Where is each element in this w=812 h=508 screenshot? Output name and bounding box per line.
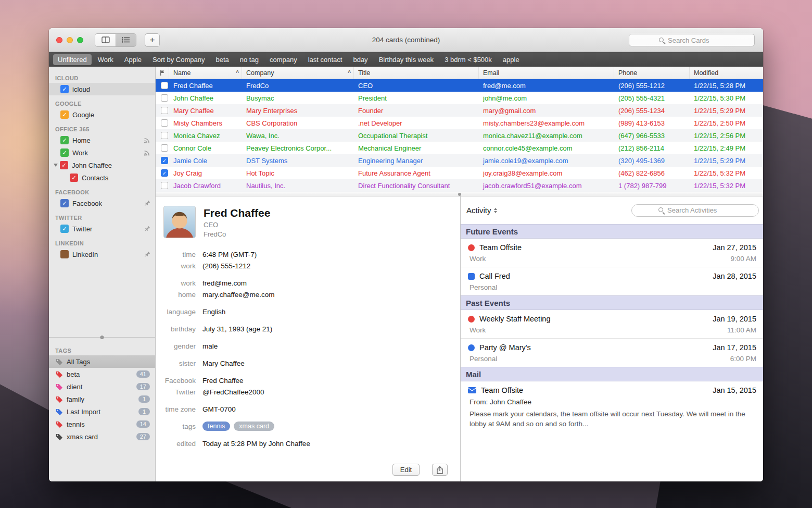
sidebar-item-work[interactable]: Work (49, 146, 155, 159)
field-language: English (202, 308, 225, 316)
sidebar-item-facebook[interactable]: Facebook (49, 197, 155, 209)
row-checkbox[interactable] (161, 169, 168, 177)
sidebar-tag-beta[interactable]: beta 41 (49, 368, 155, 380)
close-button[interactable] (56, 37, 62, 43)
column-header-title[interactable]: Title (354, 67, 479, 79)
account-checkbox[interactable] (60, 136, 69, 144)
column-header-modified[interactable]: Modified (690, 67, 763, 79)
account-checkbox[interactable] (60, 85, 69, 93)
field-twitter[interactable]: @FredChaffee2000 (202, 388, 264, 396)
tag-pill-tennis[interactable]: tennis (202, 422, 230, 431)
edit-button[interactable]: Edit (392, 464, 420, 476)
field-facebook[interactable]: Fred Chaffee (202, 377, 244, 385)
sidebar-item-linkedin[interactable]: LinkedIn (49, 248, 155, 261)
row-checkbox[interactable] (161, 182, 168, 189)
activity-dropdown[interactable]: Activity (466, 206, 497, 215)
field-work-email[interactable]: fred@me.com (202, 279, 247, 287)
table-row-john-chaffee[interactable]: John Chaffee Busymac President john@me.c… (156, 92, 763, 104)
mail-item-team-offsite[interactable]: Team Offsite Jan 15, 2015 From: John Cha… (461, 381, 763, 433)
flag-column-header[interactable] (156, 67, 169, 79)
add-card-button[interactable]: + (145, 33, 160, 47)
sidebar-tag-xmas-card[interactable]: xmas card 27 (49, 430, 155, 443)
filter-bday[interactable]: bday (348, 54, 372, 65)
table-row-jamie-cole[interactable]: Jamie Cole DST Systems Engineering Manag… (156, 154, 763, 167)
horizontal-splitter[interactable] (156, 192, 763, 196)
filter-last-contact[interactable]: last contact (303, 54, 347, 65)
search-activities-input[interactable] (667, 206, 732, 214)
table-row-jacob-crawford[interactable]: Jacob Crawford Nautilus, Inc. Direct Fun… (156, 179, 763, 192)
event-weekly-staff-meeting[interactable]: Weekly Staff Meeting Jan 19, 2015 Work 1… (461, 310, 763, 338)
filter-sort-by-company[interactable]: Sort by Company (148, 54, 209, 65)
sidebar-item-google[interactable]: Google (49, 108, 155, 121)
search-cards-field[interactable] (629, 34, 755, 46)
search-activities-field[interactable] (631, 204, 759, 217)
event-party-at-marys[interactable]: Party @ Mary's Jan 17, 2015 Personal 6:0… (461, 339, 763, 367)
row-checkbox[interactable] (161, 119, 168, 127)
row-checkbox[interactable] (161, 157, 168, 164)
table-row-fred-chaffee[interactable]: Fred Chaffee FredCo CEO fred@me.com (206… (156, 79, 763, 92)
tag-pill-xmas-card[interactable]: xmas card (234, 422, 274, 431)
section-header-twitter: TWITTER (49, 209, 155, 222)
contacts-table: Fred Chaffee FredCo CEO fred@me.com (206… (156, 79, 763, 192)
table-row-joy-craig[interactable]: Joy Craig Hot Topic Future Assurance Age… (156, 167, 763, 179)
column-header-phone[interactable]: Phone (614, 67, 690, 79)
event-call-fred[interactable]: Call Fred Jan 28, 2015 Personal (461, 267, 763, 295)
column-header-email[interactable]: Email (479, 67, 614, 79)
card-view-button[interactable] (95, 34, 116, 46)
mail-from: From: John Chaffee (468, 398, 756, 406)
zoom-button[interactable] (77, 37, 83, 43)
sort-ascending-icon: ^ (348, 70, 351, 76)
filter-3bdrm[interactable]: 3 bdrm < $500k (440, 54, 497, 65)
sidebar-item-home[interactable]: Home (49, 134, 155, 146)
filter-apple-2[interactable]: apple (498, 54, 524, 65)
row-checkbox[interactable] (161, 107, 168, 114)
account-checkbox[interactable] (60, 250, 69, 258)
filter-apple[interactable]: Apple (120, 54, 146, 65)
column-header-name[interactable]: Name^ (169, 67, 242, 79)
disclosure-triangle-icon[interactable] (54, 164, 58, 167)
filter-birthday-this-week[interactable]: Birthday this week (374, 54, 439, 65)
account-checkbox[interactable] (60, 148, 69, 157)
field-work-phone[interactable]: (206) 555-1212 (202, 262, 250, 270)
activity-panel: Activity Future Events Team Offsite (461, 196, 763, 481)
sidebar-item-all-tags[interactable]: All Tags (49, 355, 155, 368)
sidebar-tag-client[interactable]: client 17 (49, 380, 155, 393)
sidebar-item-contacts[interactable]: Contacts (49, 171, 155, 184)
filter-unfiltered[interactable]: Unfiltered (53, 54, 92, 65)
account-checkbox[interactable] (70, 174, 78, 182)
search-cards-input[interactable] (668, 36, 725, 44)
contact-company: FredCo (204, 230, 270, 238)
row-checkbox[interactable] (161, 82, 168, 89)
table-row-monica-chavez[interactable]: Monica Chavez Wawa, Inc. Occupational Th… (156, 129, 763, 142)
event-team-offsite[interactable]: Team Offsite Jan 27, 2015 Work 9:00 AM (461, 239, 763, 267)
share-button[interactable] (432, 464, 448, 476)
share-icon (436, 466, 443, 474)
account-checkbox[interactable] (60, 225, 69, 233)
minimize-button[interactable] (67, 37, 73, 43)
table-row-misty-chambers[interactable]: Misty Chambers CBS Corporation .net Deve… (156, 117, 763, 129)
account-checkbox[interactable] (60, 199, 69, 207)
filter-work[interactable]: Work (93, 54, 118, 65)
row-checkbox[interactable] (161, 132, 168, 139)
sidebar-tag-last-import[interactable]: Last Import 1 (49, 405, 155, 418)
filter-company[interactable]: company (265, 54, 302, 65)
list-view-button[interactable] (116, 34, 136, 46)
sidebar-item-icloud[interactable]: icloud (49, 83, 155, 95)
reminder-icon (468, 273, 475, 280)
field-home-email[interactable]: mary.chaffee@me.com (202, 291, 275, 299)
filter-no-tag[interactable]: no tag (235, 54, 263, 65)
sidebar-item-twitter[interactable]: Twitter (49, 222, 155, 235)
row-checkbox[interactable] (161, 144, 168, 152)
sidebar-tag-tennis[interactable]: tennis 14 (49, 418, 155, 430)
filter-beta[interactable]: beta (211, 54, 233, 65)
table-row-mary-chaffee[interactable]: Mary Chaffee Mary Enterprises Founder ma… (156, 104, 763, 117)
row-checkbox[interactable] (161, 94, 168, 102)
column-header-company[interactable]: Company^ (242, 67, 354, 79)
sidebar-resize-handle[interactable] (49, 337, 155, 342)
tag-count-badge: 14 (136, 420, 150, 428)
account-checkbox[interactable] (60, 161, 68, 169)
account-checkbox[interactable] (60, 110, 69, 119)
sidebar-tag-family[interactable]: family 1 (49, 393, 155, 405)
table-row-connor-cole[interactable]: Connor Cole Peavey Electronics Corpor...… (156, 142, 763, 154)
sidebar-item-john-chaffee[interactable]: John Chaffee (49, 159, 155, 171)
